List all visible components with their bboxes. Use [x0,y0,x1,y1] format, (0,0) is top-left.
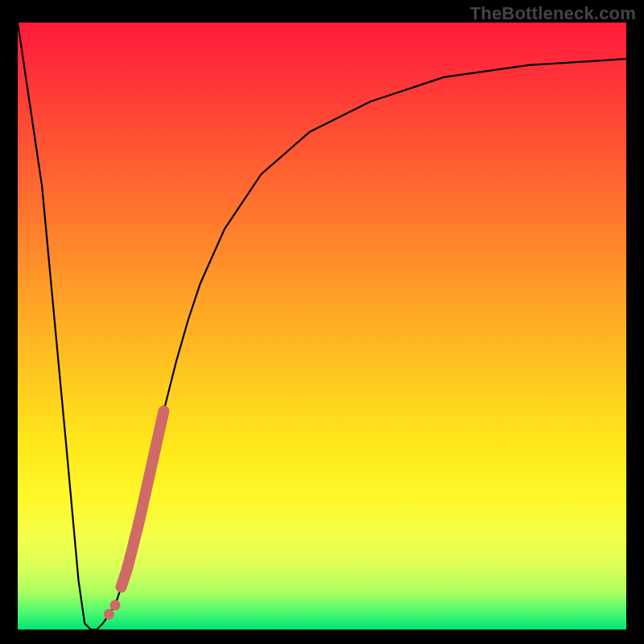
highlight-dot [116,582,126,592]
highlight-dot [110,600,121,610]
highlight-dot [125,551,135,562]
watermark-text: TheBottleneck.com [470,3,636,24]
bottleneck-curve [18,23,626,630]
chart-svg [18,23,626,630]
chart-frame: TheBottleneck.com [0,0,644,644]
highlight-dot [104,609,114,620]
highlight-dots [104,551,136,620]
plot-area [18,23,626,630]
